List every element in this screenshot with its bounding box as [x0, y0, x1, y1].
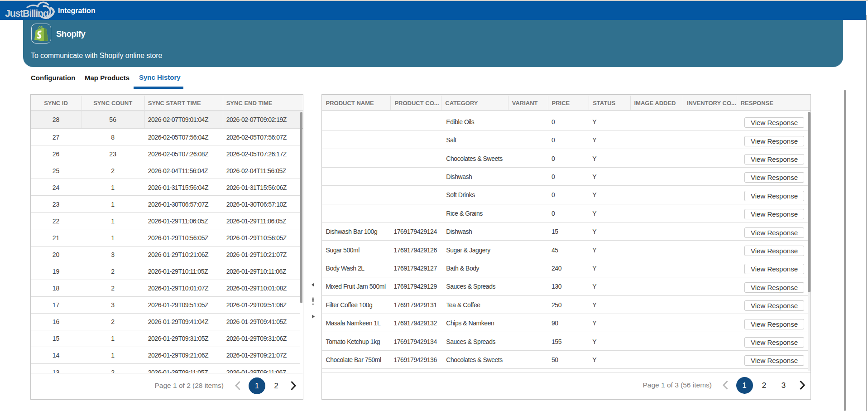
- svg-text:JustBilling: JustBilling: [5, 8, 48, 19]
